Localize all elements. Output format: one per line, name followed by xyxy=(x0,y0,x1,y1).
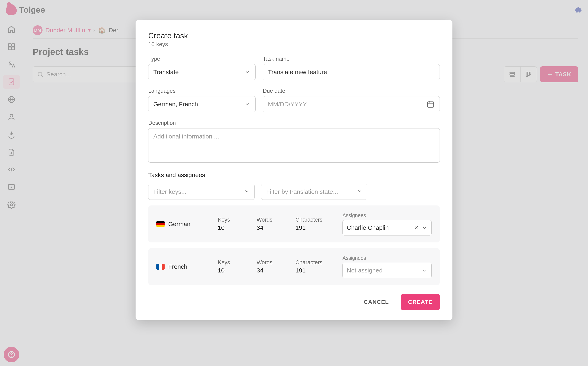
chevron-down-icon xyxy=(244,188,250,195)
assignee-label: Assignees xyxy=(342,255,431,261)
flag-icon xyxy=(157,264,165,270)
stat-words: Words34 xyxy=(257,217,293,231)
name-label: Task name xyxy=(263,56,440,62)
dialog-title: Create task xyxy=(148,31,440,40)
due-input-wrapper[interactable]: MM/DD/YYYY xyxy=(263,96,440,112)
filter-state-select[interactable]: Filter by translation state... xyxy=(261,184,367,200)
languages-value: German, French xyxy=(153,101,198,108)
language-name: French xyxy=(157,263,216,270)
description-input[interactable]: Additional information ... xyxy=(148,128,440,163)
cancel-button[interactable]: CANCEL xyxy=(358,294,395,310)
chevron-down-icon xyxy=(244,69,251,75)
assignee-field: Assignees Not assigned xyxy=(342,255,431,278)
svg-rect-18 xyxy=(428,102,434,107)
chevron-down-icon xyxy=(244,101,251,107)
section-title: Tasks and assignees xyxy=(148,172,440,178)
stat-chars: Characters191 xyxy=(295,217,340,231)
language-card: German Keys10 Words34 Characters191 Assi… xyxy=(148,206,440,243)
due-placeholder: MM/DD/YYYY xyxy=(268,101,307,108)
assignee-field: Assignees Charlie Chaplin xyxy=(342,213,431,236)
chevron-down-icon xyxy=(422,225,427,231)
modal-overlay[interactable]: Create task 10 keys Type Translate Task … xyxy=(0,0,588,366)
assignee-label: Assignees xyxy=(342,213,431,218)
description-field: Description Additional information ... xyxy=(148,120,440,163)
languages-field: Languages German, French xyxy=(148,88,256,112)
languages-select[interactable]: German, French xyxy=(148,96,256,112)
due-label: Due date xyxy=(263,88,440,94)
language-card: French Keys10 Words34 Characters191 Assi… xyxy=(148,248,440,285)
calendar-icon[interactable] xyxy=(426,100,435,108)
create-task-dialog: Create task 10 keys Type Translate Task … xyxy=(135,20,453,320)
type-value: Translate xyxy=(153,69,179,76)
type-field: Type Translate xyxy=(148,56,256,80)
type-select[interactable]: Translate xyxy=(148,64,256,80)
description-label: Description xyxy=(148,120,440,126)
filter-keys-select[interactable]: Filter keys... xyxy=(148,184,255,200)
stat-words: Words34 xyxy=(257,259,293,274)
flag-icon xyxy=(157,221,165,227)
create-button[interactable]: CREATE xyxy=(401,294,440,310)
languages-label: Languages xyxy=(148,88,256,94)
due-field: Due date MM/DD/YYYY xyxy=(263,88,440,112)
language-cards: German Keys10 Words34 Characters191 Assi… xyxy=(148,206,440,285)
name-input-wrapper[interactable] xyxy=(263,64,440,80)
name-field: Task name xyxy=(263,56,440,80)
filter-state-placeholder: Filter by translation state... xyxy=(266,188,338,195)
assignee-select[interactable]: Not assigned xyxy=(342,263,431,278)
chevron-down-icon xyxy=(357,188,362,195)
language-name: German xyxy=(157,221,216,228)
name-input[interactable] xyxy=(268,69,435,76)
assignee-value: Charlie Chaplin xyxy=(347,224,411,231)
stat-keys: Keys10 xyxy=(218,259,255,274)
chevron-down-icon xyxy=(422,267,427,273)
type-label: Type xyxy=(148,56,256,62)
dialog-subtitle: 10 keys xyxy=(148,41,440,48)
clear-icon[interactable] xyxy=(413,225,419,231)
assignee-placeholder: Not assigned xyxy=(347,267,419,274)
stat-chars: Characters191 xyxy=(295,259,340,274)
assignee-select[interactable]: Charlie Chaplin xyxy=(342,220,431,236)
filter-keys-placeholder: Filter keys... xyxy=(153,188,187,195)
stat-keys: Keys10 xyxy=(218,217,255,231)
